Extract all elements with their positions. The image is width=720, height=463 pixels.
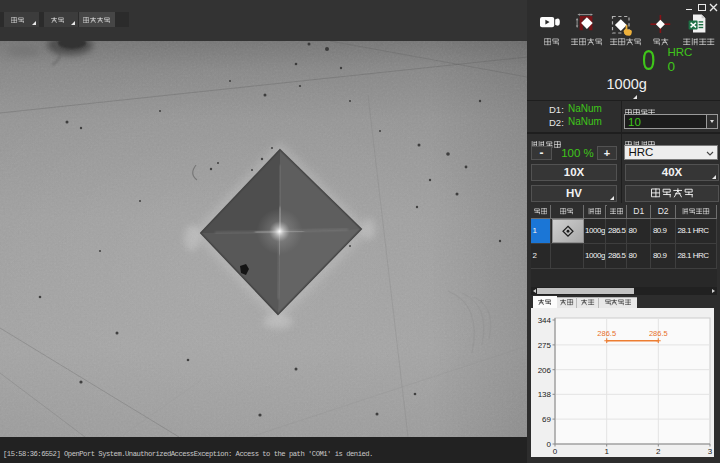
svg-text:286.5: 286.5: [649, 329, 668, 338]
svg-text:1: 1: [604, 447, 609, 456]
svg-text:344: 344: [538, 316, 552, 325]
svg-text:206: 206: [538, 366, 552, 375]
svg-text:0: 0: [553, 447, 558, 456]
svg-text:0: 0: [547, 440, 552, 449]
svg-text:286.5: 286.5: [597, 329, 616, 338]
svg-text:3: 3: [708, 447, 713, 456]
svg-text:275: 275: [538, 341, 552, 350]
svg-text:69: 69: [542, 415, 551, 424]
svg-text:138: 138: [538, 390, 552, 399]
svg-text:2: 2: [656, 447, 661, 456]
